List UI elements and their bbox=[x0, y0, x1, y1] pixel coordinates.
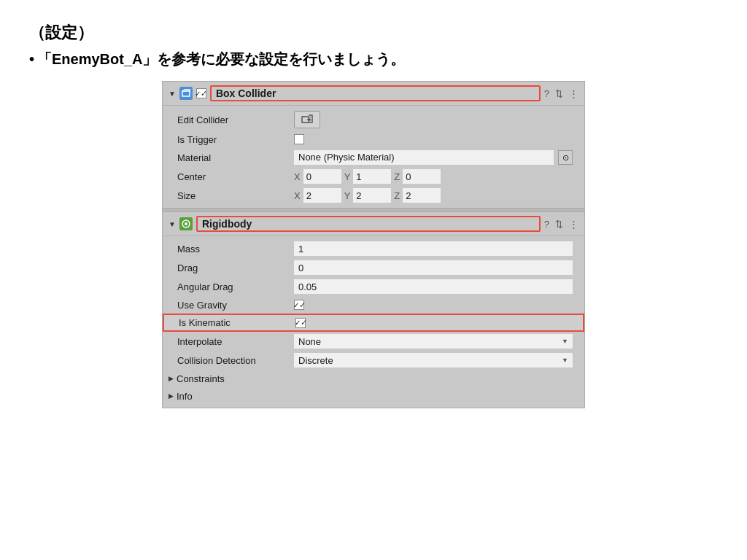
rigidbody-more-icon[interactable]: ⋮ bbox=[569, 219, 578, 230]
angular-drag-label: Angular Drag bbox=[177, 281, 294, 292]
box-collider-help-icon[interactable]: ? bbox=[544, 88, 549, 99]
size-row: Size X Y Z bbox=[163, 186, 584, 205]
bullet-text: 「EnemyBot_A」を参考に必要な設定を行いましょう。 bbox=[37, 50, 405, 69]
bullet-dot: • bbox=[29, 51, 34, 68]
rigidbody-arrow[interactable]: ▼ bbox=[169, 220, 176, 228]
header-bullet: • 「EnemyBot_A」を参考に必要な設定を行いましょう。 bbox=[29, 50, 718, 69]
mass-input[interactable] bbox=[294, 241, 573, 256]
constraints-arrow: ▶ bbox=[169, 375, 174, 382]
rigidbody-icon bbox=[179, 217, 193, 230]
info-arrow: ▶ bbox=[169, 392, 174, 400]
edit-collider-row: Edit Collider bbox=[163, 109, 584, 131]
center-y-label: Y bbox=[344, 171, 351, 182]
interpolate-value: None ▼ bbox=[294, 334, 573, 349]
is-kinematic-row: Is Kinematic ✓ bbox=[163, 314, 584, 332]
box-collider-header: ▼ ✓ Box Collider ? ⇅ ⋮ bbox=[163, 82, 584, 106]
is-trigger-row: Is Trigger bbox=[163, 131, 584, 148]
center-x-input[interactable] bbox=[303, 169, 341, 184]
header-section: （設定） • 「EnemyBot_A」を参考に必要な設定を行いましょう。 bbox=[29, 22, 718, 69]
rigidbody-properties: Mass Drag Angular Drag Use Gravity ✓ bbox=[163, 236, 584, 408]
constraints-label: Constraints bbox=[177, 373, 225, 384]
material-value: None (Physic Material) ⊙ bbox=[294, 150, 573, 165]
material-row: Material None (Physic Material) ⊙ bbox=[163, 148, 584, 167]
size-z-input[interactable] bbox=[403, 188, 441, 203]
rigidbody-header-icons: ? ⇅ ⋮ bbox=[544, 219, 578, 230]
angular-drag-value bbox=[294, 279, 573, 294]
collision-detection-dropdown[interactable]: Discrete ▼ bbox=[294, 353, 573, 368]
is-kinematic-checkbox[interactable]: ✓ bbox=[295, 318, 306, 328]
rigidbody-name: Rigidbody bbox=[196, 216, 541, 232]
unity-inspector-panel: ▼ ✓ Box Collider ? ⇅ ⋮ Edit Collider bbox=[162, 81, 585, 408]
size-y-label: Y bbox=[344, 190, 351, 201]
box-collider-name: Box Collider bbox=[210, 85, 541, 101]
interpolate-row: Interpolate None ▼ bbox=[163, 332, 584, 351]
interpolate-dropdown-value: None bbox=[298, 336, 321, 347]
box-collider-icon bbox=[179, 87, 193, 100]
center-value: X Y Z bbox=[294, 169, 573, 184]
material-field[interactable]: None (Physic Material) bbox=[294, 150, 554, 165]
is-kinematic-value: ✓ bbox=[295, 318, 571, 328]
size-z-label: Z bbox=[394, 190, 400, 201]
is-trigger-value bbox=[294, 134, 573, 144]
size-y-input[interactable] bbox=[353, 188, 391, 203]
box-collider-more-icon[interactable]: ⋮ bbox=[569, 88, 578, 99]
box-collider-settings-icon[interactable]: ⇅ bbox=[555, 88, 563, 99]
size-x-input[interactable] bbox=[303, 188, 341, 203]
center-z-label: Z bbox=[394, 171, 400, 182]
size-x-label: X bbox=[294, 190, 301, 201]
angular-drag-row: Angular Drag bbox=[163, 277, 584, 296]
box-collider-enabled-checkbox[interactable]: ✓ bbox=[196, 88, 206, 98]
drag-row: Drag bbox=[163, 258, 584, 277]
interpolate-dropdown[interactable]: None ▼ bbox=[294, 334, 573, 349]
use-gravity-row: Use Gravity ✓ bbox=[163, 296, 584, 314]
center-label: Center bbox=[177, 171, 294, 182]
size-label: Size bbox=[177, 190, 294, 201]
use-gravity-checkbox[interactable]: ✓ bbox=[294, 300, 304, 310]
collision-detection-row: Collision Detection Discrete ▼ bbox=[163, 351, 584, 370]
size-value: X Y Z bbox=[294, 188, 573, 203]
collision-detection-dropdown-arrow: ▼ bbox=[562, 357, 568, 364]
collision-detection-label: Collision Detection bbox=[177, 355, 294, 366]
material-select-button[interactable]: ⊙ bbox=[558, 150, 573, 165]
info-label: Info bbox=[177, 391, 193, 402]
material-label: Material bbox=[177, 152, 294, 163]
center-row: Center X Y Z bbox=[163, 167, 584, 186]
mass-value bbox=[294, 241, 573, 256]
use-gravity-value: ✓ bbox=[294, 300, 573, 310]
rigidbody-settings-icon[interactable]: ⇅ bbox=[555, 219, 563, 230]
rigidbody-help-icon[interactable]: ? bbox=[544, 219, 549, 230]
is-trigger-checkbox[interactable] bbox=[294, 134, 304, 144]
drag-input[interactable] bbox=[294, 260, 573, 275]
center-y-input[interactable] bbox=[353, 169, 391, 184]
rigidbody-header: ▼ Rigidbody ? ⇅ ⋮ bbox=[163, 212, 584, 236]
mass-row: Mass bbox=[163, 239, 584, 258]
box-collider-header-icons: ? ⇅ ⋮ bbox=[544, 88, 578, 99]
edit-collider-label: Edit Collider bbox=[177, 114, 294, 125]
angular-drag-input[interactable] bbox=[294, 279, 573, 294]
svg-rect-0 bbox=[182, 91, 190, 96]
center-x-label: X bbox=[294, 171, 301, 182]
page-title: （設定） bbox=[29, 22, 718, 44]
svg-point-10 bbox=[185, 222, 187, 225]
interpolate-dropdown-arrow: ▼ bbox=[562, 338, 568, 345]
info-row[interactable]: ▶ Info bbox=[163, 387, 584, 405]
edit-collider-button[interactable] bbox=[294, 111, 320, 128]
center-z-input[interactable] bbox=[403, 169, 441, 184]
mass-label: Mass bbox=[177, 244, 294, 254]
collision-detection-dropdown-value: Discrete bbox=[298, 355, 333, 366]
is-trigger-label: Is Trigger bbox=[177, 134, 294, 145]
drag-label: Drag bbox=[177, 262, 294, 273]
edit-collider-value bbox=[294, 111, 573, 128]
use-gravity-label: Use Gravity bbox=[177, 300, 294, 311]
is-kinematic-label: Is Kinematic bbox=[179, 317, 295, 328]
box-collider-arrow[interactable]: ▼ bbox=[169, 90, 176, 98]
constraints-row[interactable]: ▶ Constraints bbox=[163, 370, 584, 387]
interpolate-label: Interpolate bbox=[177, 336, 294, 347]
box-collider-properties: Edit Collider Is Trigger bbox=[163, 106, 584, 208]
drag-value bbox=[294, 260, 573, 275]
collision-detection-value: Discrete ▼ bbox=[294, 353, 573, 368]
